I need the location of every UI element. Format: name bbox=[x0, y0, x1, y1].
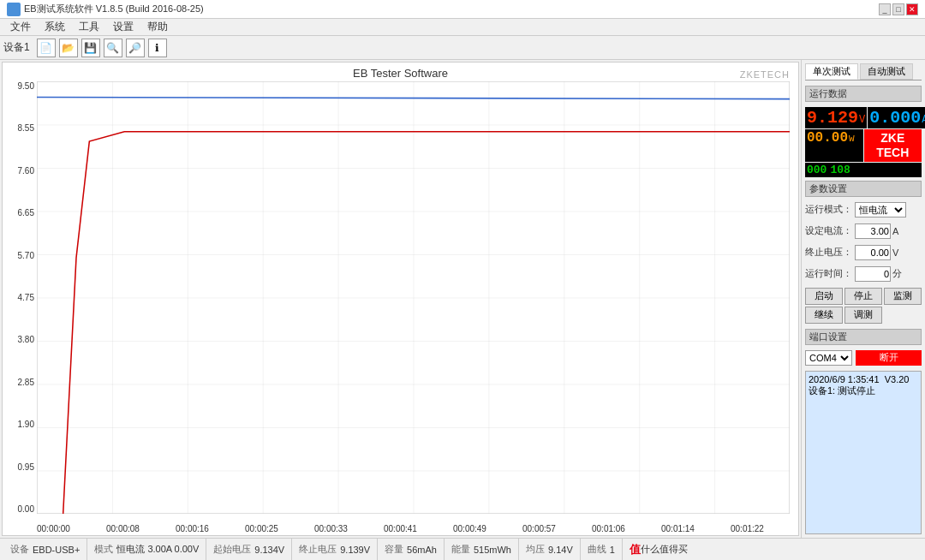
menu-bar: 文件 系统 工具 设置 帮助 bbox=[0, 19, 925, 36]
param-current-input[interactable] bbox=[855, 223, 891, 239]
tab-auto-test[interactable]: 自动测试 bbox=[860, 63, 913, 80]
zke-logo: ZKE TECH bbox=[864, 129, 922, 162]
info-button[interactable]: ℹ bbox=[148, 39, 167, 57]
menu-system[interactable]: 系统 bbox=[38, 20, 72, 34]
menu-file[interactable]: 文件 bbox=[3, 20, 38, 34]
status-capacity-label: 容量 bbox=[385, 543, 403, 556]
status-start-volt: 起始电压 9.134V bbox=[206, 539, 292, 560]
current-display: 0.000 A bbox=[868, 107, 925, 128]
log-text: 2020/6/9 1:35:41 V3.20 设备1: 测试停止 bbox=[809, 374, 918, 397]
params-label: 参数设置 bbox=[805, 181, 922, 197]
status-device-value: EBD-USB+ bbox=[33, 545, 80, 555]
status-device-label: 设备 bbox=[10, 543, 29, 556]
chart-svg bbox=[37, 81, 790, 514]
power-unit: W bbox=[849, 134, 855, 144]
menu-tools[interactable]: 工具 bbox=[72, 20, 106, 34]
debug-button[interactable]: 调测 bbox=[844, 307, 882, 324]
status-capacity: 容量 56mAh bbox=[378, 539, 445, 560]
status-capacity-value: 56mAh bbox=[407, 545, 437, 555]
status-curve-value: 1 bbox=[610, 545, 615, 555]
zoom-in-button[interactable]: 🔍 bbox=[104, 39, 122, 57]
status-energy: 能量 515mWh bbox=[445, 539, 519, 560]
status-curve: 曲线 1 bbox=[581, 539, 623, 560]
param-current-label: 设定电流： bbox=[805, 224, 855, 237]
param-time-row: 运行时间： 分 bbox=[805, 266, 922, 282]
stop-button[interactable]: 停止 bbox=[844, 288, 882, 305]
param-time-unit: 分 bbox=[892, 267, 902, 280]
com-row: COM4 COM1 COM2 COM3 COM5 断开 bbox=[805, 350, 922, 366]
x-axis: 00:00:00 00:00:08 00:00:16 00:00:25 00:0… bbox=[37, 524, 764, 533]
disconnect-button[interactable]: 断开 bbox=[856, 350, 922, 366]
param-voltage-input[interactable] bbox=[855, 245, 891, 260]
param-mode-select[interactable]: 恒电流 bbox=[855, 202, 906, 217]
status-start-volt-label: 起始电压 bbox=[213, 543, 251, 556]
display-row1: 9.129 V 0.000 A bbox=[805, 107, 922, 128]
port-label: 端口设置 bbox=[805, 329, 922, 345]
status-avg-volt: 均压 9.14V bbox=[519, 539, 581, 560]
status-brand-label: 什么值得买 bbox=[641, 543, 688, 556]
param-current-row: 设定电流： A bbox=[805, 223, 922, 239]
power-value: 00.00 bbox=[807, 130, 848, 146]
com-select[interactable]: COM4 COM1 COM2 COM3 COM5 bbox=[805, 350, 852, 366]
param-mode-row: 运行模式： 恒电流 bbox=[805, 202, 922, 217]
param-current-unit: A bbox=[892, 226, 898, 236]
new-button[interactable]: 📄 bbox=[37, 39, 56, 57]
right-panel: 单次测试 自动测试 运行数据 9.129 V 0.000 A 00.00 W bbox=[801, 60, 925, 538]
maximize-button[interactable]: □ bbox=[892, 3, 904, 15]
main-container: EB Tester Software ZKETECH 9.50 8.55 7.6… bbox=[0, 60, 925, 538]
voltage-unit: V bbox=[859, 114, 865, 126]
panel-tabs: 单次测试 自动测试 bbox=[805, 63, 922, 80]
param-mode-label: 运行模式： bbox=[805, 203, 855, 216]
power-display: 00.00 W bbox=[805, 129, 863, 162]
title-bar: EB测试系统软件 V1.8.5 (Build 2016-08-25) _ □ ✕ bbox=[0, 0, 925, 19]
window-controls: _ □ ✕ bbox=[879, 3, 918, 15]
open-button[interactable]: 📂 bbox=[59, 39, 78, 57]
control-buttons: 启动 停止 监测 继续 调测 bbox=[805, 288, 922, 324]
tab-single-test[interactable]: 单次测试 bbox=[805, 63, 858, 80]
status-start-volt-value: 9.134V bbox=[254, 545, 284, 555]
log-area: 2020/6/9 1:35:41 V3.20 设备1: 测试停止 bbox=[805, 371, 922, 534]
status-mode-label: 模式 bbox=[94, 543, 113, 556]
status-end-volt-label: 终止电压 bbox=[299, 543, 337, 556]
voltage-display: 9.129 V bbox=[805, 107, 867, 128]
voltage-value: 9.129 bbox=[807, 108, 858, 128]
menu-settings[interactable]: 设置 bbox=[106, 20, 140, 34]
status-avg-volt-label: 均压 bbox=[526, 543, 545, 556]
param-voltage-row: 终止电压： V bbox=[805, 245, 922, 260]
logo-line1: ZKE bbox=[880, 131, 904, 146]
current-unit: A bbox=[922, 114, 925, 126]
counter-display: 000 108 bbox=[805, 163, 922, 177]
current-value: 0.000 bbox=[869, 108, 921, 128]
status-avg-volt-value: 9.14V bbox=[548, 545, 573, 555]
start-button[interactable]: 启动 bbox=[805, 288, 843, 305]
app-icon bbox=[7, 3, 21, 16]
status-end-volt: 终止电压 9.139V bbox=[292, 539, 378, 560]
chart-title: EB Tester Software bbox=[3, 64, 798, 82]
running-status-label: 运行数据 bbox=[805, 86, 922, 102]
continue-button[interactable]: 继续 bbox=[805, 307, 843, 324]
chart-area: EB Tester Software ZKETECH 9.50 8.55 7.6… bbox=[2, 62, 799, 536]
y-axis-left: 9.50 8.55 7.60 6.65 5.70 4.75 3.80 2.85 … bbox=[3, 81, 37, 514]
param-voltage-label: 终止电压： bbox=[805, 246, 855, 259]
param-time-label: 运行时间： bbox=[805, 267, 855, 280]
monitor-button[interactable]: 监测 bbox=[884, 288, 922, 305]
display-row2: 00.00 W ZKE TECH bbox=[805, 129, 922, 162]
status-curve-label: 曲线 bbox=[588, 543, 606, 556]
svg-rect-1 bbox=[37, 81, 790, 514]
chart-svg-container bbox=[37, 81, 790, 514]
counter2-value: 108 bbox=[830, 164, 850, 176]
close-button[interactable]: ✕ bbox=[906, 3, 918, 15]
zoom-out-button[interactable]: 🔎 bbox=[126, 39, 145, 57]
status-brand: 值 什么值得买 bbox=[623, 539, 695, 560]
minimize-button[interactable]: _ bbox=[879, 3, 891, 15]
title-bar-text: EB测试系统软件 V1.8.5 (Build 2016-08-25) bbox=[24, 3, 204, 15]
param-time-input[interactable] bbox=[855, 266, 891, 282]
status-energy-label: 能量 bbox=[451, 543, 470, 556]
watermark: ZKETECH bbox=[740, 69, 790, 80]
menu-help[interactable]: 帮助 bbox=[140, 20, 175, 34]
save-button[interactable]: 💾 bbox=[81, 39, 100, 57]
status-end-volt-value: 9.139V bbox=[340, 545, 370, 555]
run-status-display: 9.129 V 0.000 A 00.00 W ZKE TECH bbox=[805, 107, 922, 177]
display-row3: 000 108 bbox=[805, 163, 922, 177]
status-mode-value: 恒电流 3.00A 0.00V bbox=[116, 543, 199, 556]
